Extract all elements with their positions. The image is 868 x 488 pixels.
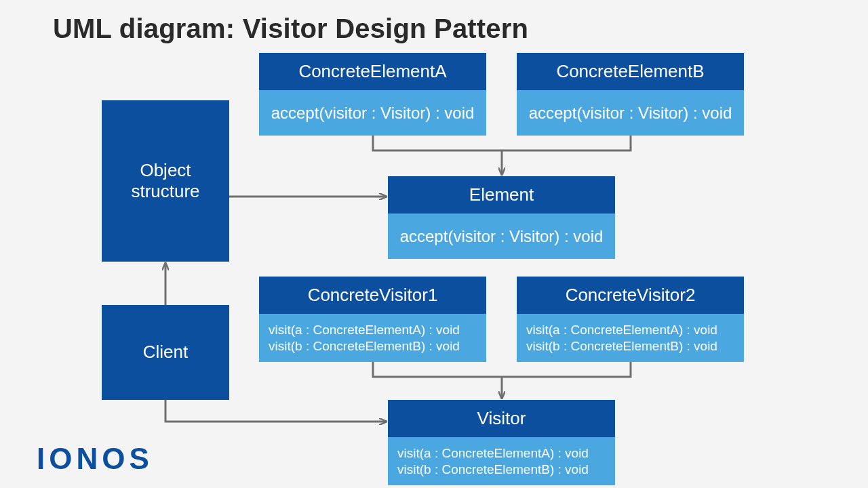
client-label: Client	[143, 342, 188, 363]
concrete-visitor-1-name: ConcreteVisitor1	[259, 277, 486, 314]
concrete-visitor-1-method-0: visit(a : ConcreteElementA) : void	[264, 322, 485, 338]
object-structure-line2: structure	[131, 181, 199, 202]
node-concrete-visitor-1: ConcreteVisitor1 visit(a : ConcreteEleme…	[259, 277, 486, 362]
node-concrete-visitor-2: ConcreteVisitor2 visit(a : ConcreteEleme…	[517, 277, 744, 362]
visitor-name: Visitor	[388, 400, 615, 437]
visitor-method-0: visit(a : ConcreteElementA) : void	[393, 445, 614, 462]
diagram-canvas: UML diagram: Visitor Design Pattern Obje…	[0, 0, 868, 488]
concrete-visitor-2-name: ConcreteVisitor2	[517, 277, 744, 314]
edge-visitors-join	[373, 362, 631, 399]
concrete-element-b-method-0: accept(visitor : Visitor) : void	[529, 103, 732, 123]
node-client: Client	[102, 305, 229, 400]
node-concrete-element-a: ConcreteElementA accept(visitor : Visito…	[259, 53, 486, 136]
node-object-structure: Object structure	[102, 100, 229, 262]
concrete-visitor-1-method-1: visit(b : ConcreteElementB) : void	[264, 338, 485, 354]
visitor-method-1: visit(b : ConcreteElementB) : void	[393, 462, 614, 478]
node-concrete-element-b: ConcreteElementB accept(visitor : Visito…	[517, 53, 744, 136]
concrete-element-b-name: ConcreteElementB	[517, 53, 744, 90]
element-name: Element	[388, 176, 615, 214]
diagram-title: UML diagram: Visitor Design Pattern	[53, 14, 528, 44]
object-structure-line1: Object	[131, 160, 199, 181]
element-method-0: accept(visitor : Visitor) : void	[400, 226, 604, 247]
concrete-element-a-method-0: accept(visitor : Visitor) : void	[271, 103, 475, 123]
brand-logo: IONOS	[37, 442, 153, 476]
concrete-element-a-name: ConcreteElementA	[259, 53, 486, 90]
concrete-visitor-2-method-1: visit(b : ConcreteElementB) : void	[522, 338, 743, 354]
edge-elements-join	[373, 136, 631, 175]
edge-client-to-visitor	[165, 400, 387, 422]
node-element: Element accept(visitor : Visitor) : void	[388, 176, 615, 259]
node-visitor: Visitor visit(a : ConcreteElementA) : vo…	[388, 400, 615, 485]
concrete-visitor-2-method-0: visit(a : ConcreteElementA) : void	[522, 322, 743, 338]
